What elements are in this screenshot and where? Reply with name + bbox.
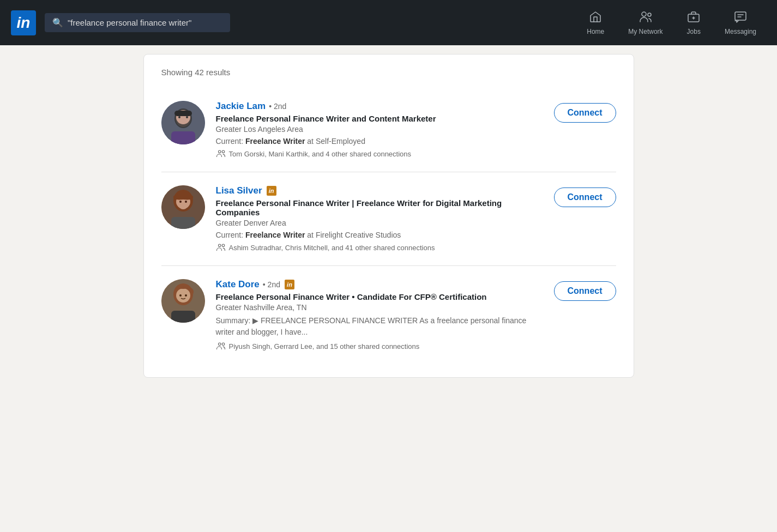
connect-button-jackie-lam[interactable]: Connect [554, 103, 616, 123]
svg-point-34 [179, 294, 182, 297]
name-line-jackie-lam: Jackie Lam • 2nd [216, 101, 543, 112]
svg-point-27 [218, 244, 221, 247]
svg-point-26 [185, 201, 187, 203]
svg-point-0 [642, 12, 646, 16]
my-network-label: My Network [628, 28, 662, 35]
svg-rect-13 [174, 111, 192, 116]
location-kate-dore: Greater Nashville Area, TN [216, 303, 543, 312]
search-icon: 🔍 [52, 17, 63, 28]
svg-point-25 [179, 201, 182, 203]
svg-point-28 [222, 244, 225, 247]
person-name-kate-dore[interactable]: Kate Dore [216, 279, 260, 290]
messaging-icon [734, 10, 747, 26]
current-role-lisa-silver: Current: Freelance Writer at Firelight C… [216, 231, 543, 239]
connections-icon [216, 149, 226, 159]
result-item-lisa-silver: Lisa Silver in Freelance Personal Financ… [161, 172, 616, 266]
avatar-jackie-lam [161, 101, 205, 144]
results-count: Showing 42 results [161, 68, 616, 77]
svg-rect-11 [171, 131, 195, 144]
linkedin-badge-lisa-silver: in [267, 186, 276, 196]
svg-point-36 [218, 343, 221, 346]
home-label: Home [587, 28, 604, 35]
headline-lisa-silver: Freelance Personal Finance Writer | Free… [216, 198, 543, 217]
search-input[interactable] [68, 18, 222, 27]
current-role-jackie-lam: Current: Freelance Writer at Self-Employ… [216, 137, 543, 146]
svg-point-16 [218, 150, 221, 153]
location-lisa-silver: Greater Denver Area [216, 219, 543, 227]
connections-icon [216, 243, 226, 252]
connect-btn-wrap-kate-dore: Connect [554, 279, 616, 301]
svg-point-37 [222, 343, 225, 346]
result-info-jackie-lam: Jackie Lam • 2nd Freelance Personal Fina… [216, 101, 543, 159]
result-info-kate-dore: Kate Dore • 2nd in Freelance Personal Fi… [216, 279, 543, 351]
svg-point-17 [222, 150, 225, 153]
connect-button-lisa-silver[interactable]: Connect [554, 188, 616, 207]
result-item-kate-dore: Kate Dore • 2nd in Freelance Personal Fi… [161, 266, 616, 364]
home-icon [589, 10, 602, 26]
person-name-jackie-lam[interactable]: Jackie Lam [216, 101, 266, 112]
shared-connections-lisa-silver: Ashim Sutradhar, Chris Mitchell, and 41 … [216, 243, 543, 252]
jobs-label: Jobs [687, 28, 701, 35]
location-jackie-lam: Greater Los Angeles Area [216, 125, 543, 134]
svg-rect-33 [171, 311, 195, 323]
nav-item-jobs[interactable]: Jobs [677, 10, 710, 35]
degree-badge-jackie-lam: • 2nd [269, 102, 286, 111]
svg-rect-24 [171, 217, 195, 229]
nav-items: Home My Network [577, 10, 766, 35]
linkedin-badge-kate-dore: in [285, 280, 294, 289]
shared-connections-jackie-lam: Tom Gorski, Mani Karthik, and 4 other sh… [216, 149, 543, 159]
search-results-container: Showing 42 results Jackie Lam • 2nd Fr [143, 54, 634, 378]
svg-point-14 [178, 116, 180, 118]
svg-rect-5 [735, 12, 746, 20]
connect-btn-wrap-lisa-silver: Connect [554, 185, 616, 207]
search-bar[interactable]: 🔍 [45, 13, 230, 32]
result-item-jackie-lam: Jackie Lam • 2nd Freelance Personal Fina… [161, 88, 616, 172]
name-line-lisa-silver: Lisa Silver in [216, 185, 543, 196]
avatar-kate-dore [161, 279, 205, 323]
degree-badge-kate-dore: • 2nd [263, 280, 280, 289]
connections-icon [216, 341, 226, 351]
navbar: in 🔍 Home My Netwo [0, 0, 777, 45]
connect-button-kate-dore[interactable]: Connect [554, 281, 616, 301]
jobs-icon [687, 10, 700, 26]
svg-point-15 [186, 116, 188, 118]
svg-point-31 [176, 288, 190, 303]
headline-kate-dore: Freelance Personal Finance Writer • Cand… [216, 292, 543, 301]
messaging-label: Messaging [725, 28, 756, 35]
connect-btn-wrap-jackie-lam: Connect [554, 101, 616, 123]
shared-connections-kate-dore: Piyush Singh, Gerrard Lee, and 15 other … [216, 341, 543, 351]
result-info-lisa-silver: Lisa Silver in Freelance Personal Financ… [216, 185, 543, 252]
linkedin-logo[interactable]: in [11, 10, 36, 35]
headline-jackie-lam: Freelance Personal Finance Writer and Co… [216, 114, 543, 123]
nav-item-home[interactable]: Home [577, 10, 614, 35]
avatar-lisa-silver [161, 185, 205, 229]
summary-kate-dore: Summary: ▶ FREELANCE PERSONAL FINANCE WR… [216, 315, 543, 338]
svg-point-35 [185, 294, 187, 297]
nav-item-messaging[interactable]: Messaging [715, 10, 766, 35]
my-network-icon [639, 10, 652, 26]
svg-point-1 [648, 13, 651, 16]
name-line-kate-dore: Kate Dore • 2nd in [216, 279, 543, 290]
nav-item-my-network[interactable]: My Network [618, 10, 672, 35]
person-name-lisa-silver[interactable]: Lisa Silver [216, 185, 262, 196]
